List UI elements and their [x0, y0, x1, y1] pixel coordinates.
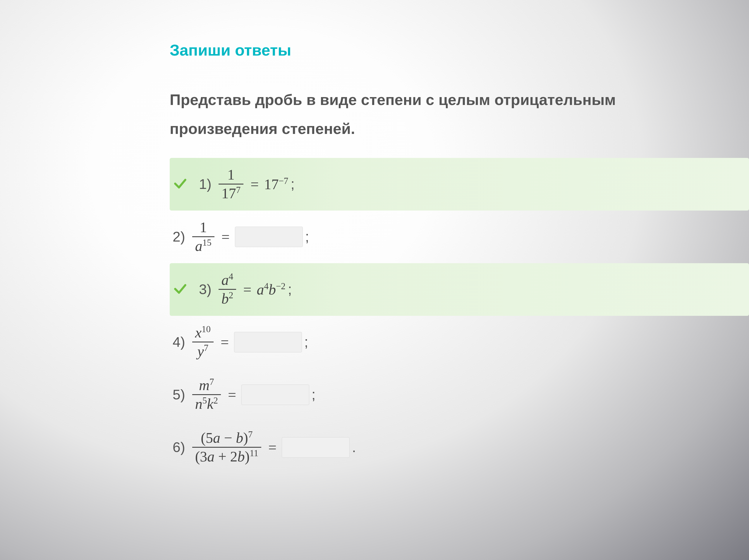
equals-sign: = — [221, 228, 230, 245]
exercise-content: Запиши ответы Представь дробь в виде сте… — [170, 41, 749, 474]
fraction: 1177 — [218, 166, 244, 203]
row-punct: ; — [288, 281, 292, 297]
equals-sign: = — [243, 281, 251, 298]
fraction: m7n5k2 — [192, 376, 221, 413]
problem-row: 3)a4b2=a4b−2; — [170, 263, 749, 316]
problem-row: 1)1177=17−7; — [170, 158, 749, 210]
fraction-denominator: y7 — [194, 342, 211, 361]
problem-row: 6)(5a − b)7(3a + 2b)11=. — [170, 421, 749, 474]
screen: Запиши ответы Представь дробь в виде сте… — [0, 0, 749, 560]
answer-input[interactable] — [234, 332, 302, 352]
problem-number: 6) — [173, 439, 185, 455]
problem-list: 1)1177=17−7;2)1a15=;3)a4b2=a4b−2;4)x10y7… — [170, 158, 749, 474]
page-title: Запиши ответы — [170, 41, 749, 59]
problem-number: 2) — [173, 229, 185, 245]
fraction-denominator: n5k2 — [192, 395, 221, 413]
fraction-denominator: (3a + 2b)11 — [192, 448, 261, 466]
instruction-line-2: произведения степеней. — [170, 120, 355, 137]
check-icon — [173, 187, 188, 192]
fraction-numerator: m7 — [196, 376, 217, 395]
problem-row: 4)x10y7=; — [170, 316, 749, 368]
row-punct: ; — [312, 387, 315, 403]
row-punct: ; — [291, 176, 294, 192]
problem-number: 3) — [199, 281, 212, 297]
row-punct: ; — [304, 334, 308, 350]
fraction-denominator: 177 — [218, 184, 244, 203]
answer-value: a4b−2 — [257, 281, 285, 298]
problem-expression: (5a − b)7(3a + 2b)11= — [191, 429, 350, 466]
problem-expression: a4b2=a4b−2 — [217, 271, 285, 308]
equals-sign: = — [251, 176, 259, 193]
fraction-denominator: a15 — [192, 237, 214, 255]
problem-row: 5)m7n5k2=; — [170, 368, 749, 421]
check-column — [173, 176, 193, 193]
check-column — [173, 281, 193, 298]
fraction-numerator: 1 — [224, 166, 238, 184]
fraction-numerator: (5a − b)7 — [198, 429, 255, 447]
fraction-numerator: a4 — [218, 271, 236, 289]
row-punct: . — [352, 439, 356, 455]
equals-sign: = — [228, 386, 236, 403]
equals-sign: = — [221, 334, 229, 351]
fraction-numerator: x10 — [192, 324, 214, 342]
problem-number: 1) — [199, 176, 212, 192]
equals-sign: = — [268, 439, 277, 456]
row-punct: ; — [305, 229, 309, 245]
instruction-line-1: Представь дробь в виде степени с целым о… — [170, 91, 616, 108]
fraction: a4b2 — [218, 271, 236, 308]
check-icon — [173, 292, 188, 297]
fraction-denominator: b2 — [218, 290, 236, 308]
answer-value: 17−7 — [264, 176, 288, 193]
problem-expression: 1177=17−7 — [217, 166, 288, 203]
problem-expression: 1a15= — [191, 219, 303, 255]
problem-expression: x10y7= — [191, 324, 302, 361]
fraction-numerator: 1 — [197, 219, 210, 237]
answer-input[interactable] — [241, 384, 309, 405]
problem-expression: m7n5k2= — [191, 376, 309, 413]
fraction: (5a − b)7(3a + 2b)11 — [192, 429, 261, 466]
problem-number: 5) — [173, 387, 185, 403]
instruction-text: Представь дробь в виде степени с целым о… — [170, 85, 749, 143]
problem-row: 2)1a15=; — [170, 210, 749, 263]
answer-input[interactable] — [235, 227, 303, 247]
fraction: 1a15 — [192, 219, 214, 255]
fraction: x10y7 — [192, 324, 214, 361]
problem-number: 4) — [173, 334, 185, 350]
answer-input[interactable] — [282, 437, 350, 458]
